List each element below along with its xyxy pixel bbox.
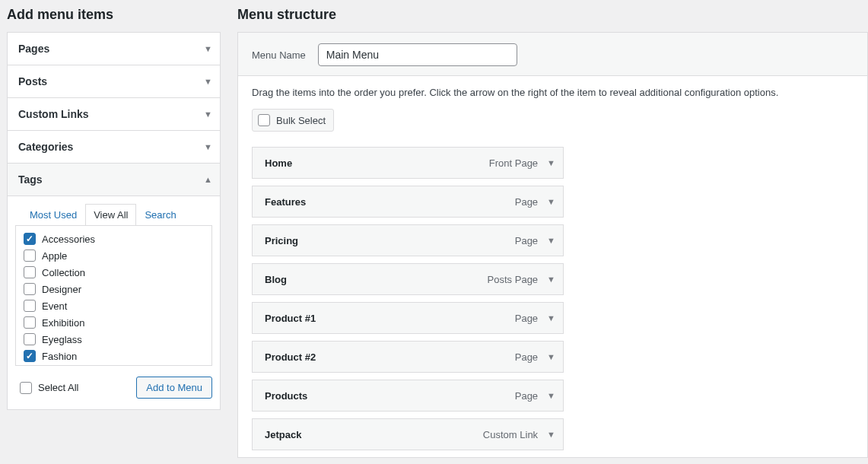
panel-categories-title: Categories bbox=[18, 141, 73, 153]
checkbox-icon[interactable] bbox=[24, 283, 36, 295]
menu-item-products[interactable]: Products Page▼ bbox=[252, 380, 564, 412]
panel-pages-title: Pages bbox=[18, 43, 49, 55]
checkbox-icon[interactable] bbox=[24, 233, 36, 245]
menu-item-product-1[interactable]: Product #1 Page▼ bbox=[252, 302, 564, 334]
checkbox-icon[interactable] bbox=[24, 333, 36, 345]
chevron-up-icon: ▲ bbox=[204, 175, 212, 184]
menu-item-home[interactable]: Home Front Page▼ bbox=[252, 147, 564, 179]
panel-pages[interactable]: Pages▼ bbox=[8, 33, 220, 65]
menu-item-jetpack[interactable]: Jetpack Custom Link▼ bbox=[252, 418, 564, 450]
tag-item-collection[interactable]: Collection bbox=[19, 264, 208, 281]
tab-most-used[interactable]: Most Used bbox=[21, 204, 85, 226]
add-menu-items-heading: Add menu items bbox=[7, 7, 228, 23]
tag-item-accessories[interactable]: Accessories bbox=[19, 230, 208, 247]
checkbox-icon[interactable] bbox=[20, 382, 32, 394]
chevron-down-icon[interactable]: ▼ bbox=[547, 236, 555, 245]
tags-tabs: Most Used View All Search bbox=[21, 204, 212, 225]
add-to-menu-button[interactable]: Add to Menu bbox=[136, 377, 212, 399]
checkbox-icon[interactable] bbox=[24, 300, 36, 312]
instructions-text: Drag the items into the order you prefer… bbox=[252, 87, 854, 98]
menu-item-blog[interactable]: Blog Posts Page▼ bbox=[252, 263, 564, 295]
chevron-down-icon[interactable]: ▼ bbox=[547, 391, 555, 400]
checkbox-icon[interactable] bbox=[258, 114, 270, 126]
tag-item-event[interactable]: Event bbox=[19, 297, 208, 314]
select-all-label: Select All bbox=[38, 382, 78, 393]
menu-name-row: Menu Name bbox=[238, 33, 867, 76]
tag-item-eyeglass[interactable]: Eyeglass bbox=[19, 331, 208, 348]
panel-posts[interactable]: Posts▼ bbox=[8, 65, 220, 98]
chevron-down-icon[interactable]: ▼ bbox=[547, 158, 555, 167]
checkbox-icon[interactable] bbox=[24, 316, 36, 329]
panel-tags-body: Most Used View All Search Accessories Ap… bbox=[8, 195, 220, 409]
chevron-down-icon: ▼ bbox=[204, 44, 212, 53]
tab-view-all[interactable]: View All bbox=[85, 204, 136, 226]
menu-structure-heading: Menu structure bbox=[237, 7, 868, 23]
checkbox-icon[interactable] bbox=[24, 249, 36, 262]
checkbox-icon[interactable] bbox=[24, 266, 36, 278]
select-all-row[interactable]: Select All bbox=[15, 382, 78, 394]
chevron-down-icon[interactable]: ▼ bbox=[547, 352, 555, 361]
chevron-down-icon[interactable]: ▼ bbox=[547, 430, 555, 439]
menu-item-product-2[interactable]: Product #2 Page▼ bbox=[252, 341, 564, 373]
checkbox-icon[interactable] bbox=[24, 350, 36, 362]
chevron-down-icon[interactable]: ▼ bbox=[547, 275, 555, 284]
menu-item-pricing[interactable]: Pricing Page▼ bbox=[252, 224, 564, 256]
chevron-down-icon[interactable]: ▼ bbox=[547, 313, 555, 323]
menu-items-list: Home Front Page▼ Features Page▼ Pricing … bbox=[252, 147, 854, 450]
panel-posts-title: Posts bbox=[18, 75, 47, 87]
panel-tags[interactable]: Tags▲ Most Used View All Search Accessor… bbox=[8, 164, 220, 409]
panel-custom-links[interactable]: Custom Links▼ bbox=[8, 98, 220, 131]
menu-name-input[interactable] bbox=[318, 43, 517, 66]
tag-item-exhibition[interactable]: Exhibition bbox=[19, 314, 208, 331]
chevron-down-icon[interactable]: ▼ bbox=[547, 197, 555, 206]
chevron-down-icon: ▼ bbox=[204, 142, 212, 151]
panel-custom-links-title: Custom Links bbox=[18, 108, 89, 120]
tag-item-designer[interactable]: Designer bbox=[19, 281, 208, 297]
menu-name-label: Menu Name bbox=[252, 49, 306, 61]
menu-item-types-accordion: Pages▼ Posts▼ Custom Links▼ Categories▼ … bbox=[7, 32, 221, 410]
chevron-down-icon: ▼ bbox=[204, 77, 212, 86]
tag-item-apple[interactable]: Apple bbox=[19, 247, 208, 264]
tags-list[interactable]: Accessories Apple Collection Designer Ev… bbox=[15, 225, 212, 366]
chevron-down-icon: ▼ bbox=[204, 110, 212, 119]
panel-tags-title: Tags bbox=[18, 173, 43, 186]
tab-search[interactable]: Search bbox=[136, 204, 184, 226]
bulk-select-toggle[interactable]: Bulk Select bbox=[252, 109, 334, 132]
bulk-select-label: Bulk Select bbox=[276, 115, 326, 126]
menu-structure-frame: Menu Name Drag the items into the order … bbox=[237, 32, 868, 458]
panel-categories[interactable]: Categories▼ bbox=[8, 131, 220, 164]
menu-item-features[interactable]: Features Page▼ bbox=[252, 186, 564, 218]
tag-item-fashion[interactable]: Fashion bbox=[19, 348, 208, 364]
